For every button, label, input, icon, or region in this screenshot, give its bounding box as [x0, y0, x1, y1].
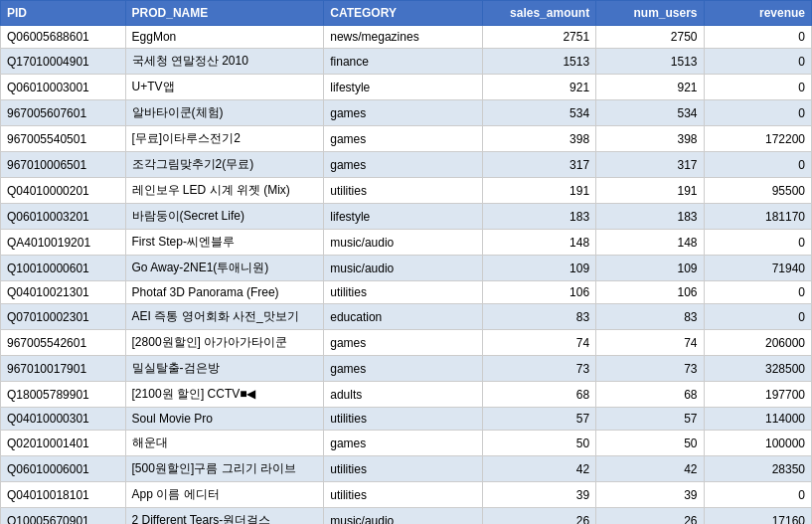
- cell-pid: Q18005789901: [1, 382, 126, 408]
- cell-revenue: 100000: [704, 431, 811, 456]
- table-row: Q06010003201바람둥이(Secret Life)lifestyle18…: [1, 204, 812, 230]
- cell-category: music/audio: [324, 256, 483, 281]
- cell-num-users: 534: [596, 100, 704, 126]
- cell-pid: QA4010019201: [1, 230, 126, 256]
- cell-prod-name: 2 Different Tears-원더걸스: [125, 508, 324, 525]
- cell-prod-name: 해운대: [125, 431, 324, 456]
- header-prod-name[interactable]: PROD_NAME: [125, 1, 324, 26]
- cell-revenue: 197700: [704, 382, 811, 408]
- cell-pid: 967005542601: [1, 330, 126, 356]
- cell-sales-amount: 83: [483, 304, 596, 330]
- cell-pid: Q04010000201: [1, 178, 126, 204]
- cell-num-users: 148: [596, 230, 704, 256]
- table-row: Q07010002301AEI 즉통 영어회화 사전_맛보기education8…: [1, 304, 812, 330]
- cell-category: adults: [324, 382, 483, 408]
- cell-category: music/audio: [324, 230, 483, 256]
- cell-category: utilities: [324, 408, 483, 431]
- cell-revenue: 0: [704, 49, 811, 75]
- cell-sales-amount: 921: [483, 75, 596, 100]
- cell-category: music/audio: [324, 508, 483, 525]
- header-num-users[interactable]: num_users: [596, 1, 704, 26]
- table-row: 967010017901밀실탈출-검은방games7373328500: [1, 356, 812, 382]
- cell-sales-amount: 183: [483, 204, 596, 230]
- table-row: Q04010000301Soul Movie Proutilities57571…: [1, 408, 812, 431]
- table-row: Q18005789901[2100원 할인] CCTV■◀adults68681…: [1, 382, 812, 408]
- cell-num-users: 74: [596, 330, 704, 356]
- cell-revenue: 328500: [704, 356, 811, 382]
- cell-revenue: 114000: [704, 408, 811, 431]
- table-row: 967005542601[2800원할인] 아가아가타이쿤games747420…: [1, 330, 812, 356]
- table-row: Q06005688601EggMonnews/megazines27512750…: [1, 26, 812, 49]
- cell-pid: 967005540501: [1, 126, 126, 152]
- cell-pid: 967005607601: [1, 100, 126, 126]
- cell-sales-amount: 317: [483, 152, 596, 178]
- cell-num-users: 317: [596, 152, 704, 178]
- cell-prod-name: 바람둥이(Secret Life): [125, 204, 324, 230]
- cell-prod-name: Go Away-2NE1(투애니원): [125, 256, 324, 281]
- table-row: Q10010000601Go Away-2NE1(투애니원)music/audi…: [1, 256, 812, 281]
- cell-revenue: 0: [704, 75, 811, 100]
- cell-sales-amount: 2751: [483, 26, 596, 49]
- cell-pid: Q06005688601: [1, 26, 126, 49]
- table-row: 967005540501[무료]이타루스전기2games398398172200: [1, 126, 812, 152]
- cell-pid: Q04010021301: [1, 281, 126, 304]
- cell-category: games: [324, 356, 483, 382]
- header-category[interactable]: CATEGORY: [324, 1, 483, 26]
- cell-sales-amount: 74: [483, 330, 596, 356]
- cell-pid: 967010017901: [1, 356, 126, 382]
- cell-num-users: 109: [596, 256, 704, 281]
- cell-revenue: 0: [704, 230, 811, 256]
- cell-prod-name: AEI 즉통 영어회화 사전_맛보기: [125, 304, 324, 330]
- cell-sales-amount: 398: [483, 126, 596, 152]
- cell-num-users: 106: [596, 281, 704, 304]
- cell-num-users: 68: [596, 382, 704, 408]
- cell-category: utilities: [324, 178, 483, 204]
- cell-sales-amount: 42: [483, 456, 596, 482]
- cell-sales-amount: 50: [483, 431, 596, 456]
- cell-prod-name: Photaf 3D Panorama (Free): [125, 281, 324, 304]
- cell-category: lifestyle: [324, 204, 483, 230]
- cell-revenue: 71940: [704, 256, 811, 281]
- cell-prod-name: [500원할인]구름 그리기 라이브: [125, 456, 324, 482]
- cell-revenue: 181170: [704, 204, 811, 230]
- cell-prod-name: EggMon: [125, 26, 324, 49]
- header-sales-amount[interactable]: sales_amount: [483, 1, 596, 26]
- cell-category: finance: [324, 49, 483, 75]
- header-revenue[interactable]: revenue: [704, 1, 811, 26]
- cell-sales-amount: 109: [483, 256, 596, 281]
- cell-pid: Q06010003201: [1, 204, 126, 230]
- cell-pid: Q06010003001: [1, 75, 126, 100]
- table-row: Q04010021301Photaf 3D Panorama (Free)uti…: [1, 281, 812, 304]
- table-row: Q02010001401해운대games5050100000: [1, 431, 812, 456]
- cell-prod-name: [2100원 할인] CCTV■◀: [125, 382, 324, 408]
- cell-pid: 967010006501: [1, 152, 126, 178]
- cell-revenue: 172200: [704, 126, 811, 152]
- cell-revenue: 0: [704, 482, 811, 508]
- cell-sales-amount: 68: [483, 382, 596, 408]
- table-row: Q06010006001[500원할인]구름 그리기 라이브utilities4…: [1, 456, 812, 482]
- cell-pid: Q10005670901: [1, 508, 126, 525]
- table-row: Q06010003001U+TV앱lifestyle9219210: [1, 75, 812, 100]
- cell-category: utilities: [324, 281, 483, 304]
- cell-pid: Q10010000601: [1, 256, 126, 281]
- cell-pid: Q02010001401: [1, 431, 126, 456]
- table-row: Q04010000201레인보우 LED 시계 위젯 (Mix)utilitie…: [1, 178, 812, 204]
- cell-revenue: 17160: [704, 508, 811, 525]
- cell-category: games: [324, 431, 483, 456]
- cell-prod-name: U+TV앱: [125, 75, 324, 100]
- cell-sales-amount: 57: [483, 408, 596, 431]
- table-row: 967005607601알바타이쿤(체험)games5345340: [1, 100, 812, 126]
- cell-prod-name: [무료]이타루스전기2: [125, 126, 324, 152]
- header-pid[interactable]: PID: [1, 1, 126, 26]
- cell-sales-amount: 191: [483, 178, 596, 204]
- cell-num-users: 921: [596, 75, 704, 100]
- cell-sales-amount: 1513: [483, 49, 596, 75]
- cell-sales-amount: 148: [483, 230, 596, 256]
- cell-revenue: 206000: [704, 330, 811, 356]
- cell-revenue: 0: [704, 26, 811, 49]
- cell-sales-amount: 39: [483, 482, 596, 508]
- cell-pid: Q17010004901: [1, 49, 126, 75]
- cell-category: lifestyle: [324, 75, 483, 100]
- cell-category: games: [324, 330, 483, 356]
- cell-num-users: 57: [596, 408, 704, 431]
